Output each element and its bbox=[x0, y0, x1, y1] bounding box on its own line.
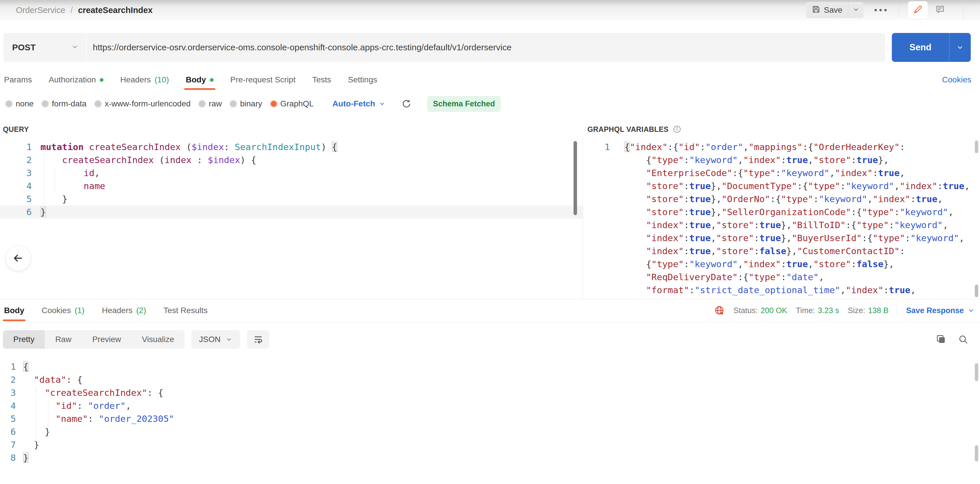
top-bar: OrderService / createSearchIndex Save bbox=[0, 0, 980, 20]
code-line: 7 } bbox=[0, 438, 980, 451]
line-number: 7 bbox=[0, 438, 16, 451]
code-line: "format":"strict_date_optional_time","in… bbox=[587, 283, 980, 297]
more-actions-button[interactable] bbox=[875, 9, 887, 11]
code-text: } bbox=[40, 205, 46, 218]
response-body-editor[interactable]: 1{2 "data": {3 "createSearchIndex": {4 "… bbox=[0, 357, 980, 484]
method-selector[interactable]: POST bbox=[3, 33, 86, 62]
app-window: OrderService / createSearchIndex Save bbox=[0, 0, 980, 484]
code-line: 1mutation createSearchIndex ($index: Sea… bbox=[0, 140, 583, 153]
tab-params[interactable]: Params bbox=[4, 69, 32, 90]
tab-headers[interactable]: Headers(10) bbox=[120, 69, 169, 90]
mode-form-data[interactable]: form-data bbox=[41, 99, 86, 108]
code-line: "index":true,"store":true},"BillToID":{"… bbox=[587, 218, 980, 232]
save-button-group: Save bbox=[806, 2, 864, 18]
save-response-button[interactable]: Save Response bbox=[906, 306, 975, 315]
comments-button[interactable] bbox=[933, 3, 947, 17]
view-pretty[interactable]: Pretty bbox=[3, 330, 45, 349]
code-text: createSearchIndex (index : $index) { bbox=[40, 153, 256, 167]
code-line: 1{ bbox=[0, 360, 980, 373]
green-dot-icon bbox=[210, 78, 214, 82]
line-number bbox=[587, 232, 610, 245]
line-number: 3 bbox=[0, 167, 32, 180]
view-raw[interactable]: Raw bbox=[45, 330, 82, 349]
response-tabs-border bbox=[0, 322, 980, 322]
send-button-label: Send bbox=[892, 33, 949, 62]
code-text: } bbox=[23, 451, 29, 464]
code-text: "store":true},"DocumentType":{"type":"ke… bbox=[624, 180, 970, 193]
response-tab-headers[interactable]: Headers(2) bbox=[102, 299, 146, 322]
request-url-row: POST https://orderservice-osrv.orderserv… bbox=[0, 20, 980, 69]
size-value: 138 B bbox=[868, 306, 889, 315]
copy-response-button[interactable] bbox=[936, 334, 947, 345]
code-text: "ReqDeliveryDate":{"type":"date", bbox=[624, 271, 824, 283]
graphql-query-editor[interactable]: 1mutation createSearchIndex ($index: Sea… bbox=[0, 138, 583, 299]
line-number: 1 bbox=[0, 140, 32, 153]
code-line: "store":true},"SellerOrganizationCode":{… bbox=[587, 205, 980, 218]
response-tab-cookies[interactable]: Cookies(1) bbox=[41, 299, 84, 322]
tab-settings[interactable]: Settings bbox=[348, 69, 377, 90]
variables-scrollbar-thumb[interactable] bbox=[975, 285, 978, 297]
edit-mode-button[interactable] bbox=[908, 1, 928, 19]
back-button[interactable] bbox=[5, 245, 31, 271]
code-text: "index":true,"store":false},"CustomerCon… bbox=[624, 245, 905, 258]
breadcrumb-collection[interactable]: OrderService bbox=[16, 5, 65, 15]
response-tabs: Body Cookies(1) Headers(2) Test Results … bbox=[0, 299, 980, 322]
send-options-caret[interactable] bbox=[949, 33, 971, 62]
radio-selected-icon bbox=[270, 100, 277, 108]
variables-scrollbar-thumb[interactable] bbox=[975, 140, 978, 153]
code-line: "EnterpriseCode":{"type":"keyword","inde… bbox=[587, 167, 980, 180]
pane-divider[interactable] bbox=[583, 138, 583, 299]
line-number bbox=[587, 205, 610, 218]
line-number bbox=[587, 271, 610, 283]
auto-fetch-dropdown[interactable]: Auto-Fetch bbox=[332, 99, 386, 108]
send-button[interactable]: Send bbox=[892, 33, 971, 62]
response-tab-test-results[interactable]: Test Results bbox=[163, 299, 208, 322]
response-tab-body[interactable]: Body bbox=[4, 299, 24, 322]
method-url-field: POST https://orderservice-osrv.orderserv… bbox=[3, 33, 885, 62]
save-options-caret[interactable] bbox=[848, 2, 864, 18]
info-icon[interactable] bbox=[673, 125, 681, 134]
toolbar-divider bbox=[899, 3, 899, 18]
query-scrollbar-thumb[interactable] bbox=[574, 141, 577, 215]
line-number: 5 bbox=[0, 193, 32, 205]
url-input[interactable]: https://orderservice-osrv.orderservice-o… bbox=[86, 33, 885, 62]
code-text: "EnterpriseCode":{"type":"keyword","inde… bbox=[624, 167, 905, 180]
radio-icon bbox=[94, 100, 102, 108]
code-text: "data": { bbox=[23, 373, 83, 386]
breadcrumb-request-name[interactable]: createSearchIndex bbox=[78, 5, 153, 15]
mode-none[interactable]: none bbox=[5, 99, 33, 108]
response-scrollbar-thumb[interactable] bbox=[975, 445, 978, 462]
radio-icon bbox=[5, 100, 13, 108]
tab-authorization[interactable]: Authorization bbox=[49, 69, 103, 90]
radio-icon bbox=[41, 100, 49, 108]
mode-binary[interactable]: binary bbox=[229, 99, 262, 108]
mode-graphql[interactable]: GraphQL bbox=[270, 99, 313, 108]
code-text: {"type":"keyword","index":true,"store":f… bbox=[624, 258, 894, 271]
tab-pre-request-script[interactable]: Pre-request Script bbox=[231, 69, 296, 90]
line-number bbox=[587, 193, 610, 205]
view-visualize[interactable]: Visualize bbox=[132, 330, 185, 349]
tab-body[interactable]: Body bbox=[186, 69, 214, 90]
format-selector[interactable]: JSON bbox=[191, 330, 240, 349]
mode-x-www-form-urlencoded[interactable]: x-www-form-urlencoded bbox=[94, 99, 191, 108]
line-number: 2 bbox=[0, 373, 16, 386]
globe-warning-icon[interactable] bbox=[714, 305, 725, 316]
tab-tests[interactable]: Tests bbox=[312, 69, 331, 90]
save-button-label: Save bbox=[824, 5, 842, 15]
mode-raw[interactable]: raw bbox=[198, 99, 222, 108]
url-value: https://orderservice-osrv.orderservice-o… bbox=[93, 43, 511, 53]
text-wrap-icon bbox=[253, 334, 263, 345]
cookies-link[interactable]: Cookies bbox=[942, 69, 971, 90]
response-scrollbar-thumb[interactable] bbox=[975, 363, 978, 381]
code-text: "format":"strict_date_optional_time","in… bbox=[624, 283, 916, 297]
view-preview[interactable]: Preview bbox=[82, 330, 132, 349]
refresh-schema-button[interactable] bbox=[401, 99, 411, 109]
response-toolbar-right bbox=[936, 326, 969, 353]
code-line: 4 name bbox=[0, 180, 583, 193]
wrap-lines-button[interactable] bbox=[247, 330, 269, 349]
indent-guide bbox=[36, 386, 36, 451]
search-response-button[interactable] bbox=[958, 334, 969, 345]
save-button[interactable]: Save bbox=[806, 2, 848, 18]
code-text: "name": "order_202305" bbox=[23, 412, 174, 425]
graphql-variables-editor[interactable]: 1{"index":{"id":"order","mappings":{"Ord… bbox=[587, 138, 980, 299]
